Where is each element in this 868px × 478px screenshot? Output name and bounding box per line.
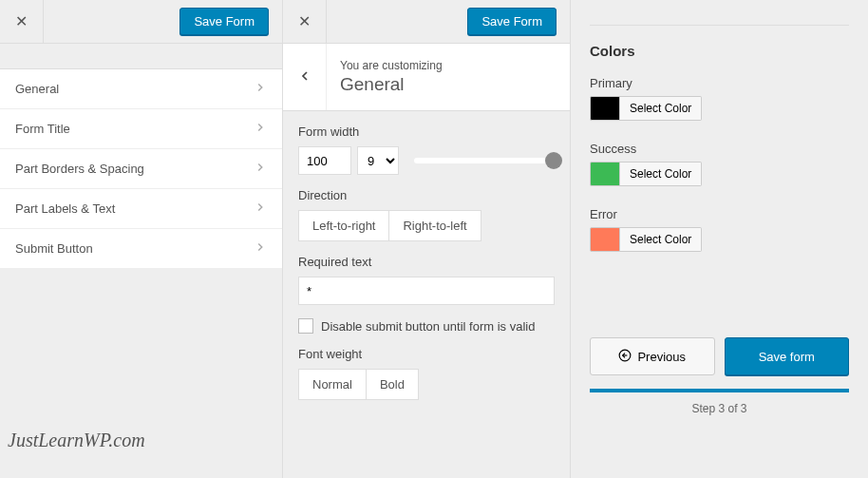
step-indicator: Step 3 of 3 [590, 402, 849, 415]
app-root: ✕ Save Form General Form Title Part Bord… [0, 0, 868, 478]
disable-submit-checkbox[interactable] [298, 318, 313, 334]
colors-heading: Colors [590, 43, 849, 59]
customizer-subtitle: You are customizing [340, 59, 443, 72]
form-width-section: Form width 9 [283, 111, 570, 175]
disable-submit-label: Disable submit button until form is vali… [321, 319, 535, 334]
font-weight-bold[interactable]: Bold [366, 370, 418, 399]
customizer-title-block: You are customizing General [327, 48, 456, 106]
previous-button[interactable]: Previous [590, 337, 715, 375]
menu-item-general[interactable]: General [0, 69, 282, 109]
form-width-input[interactable] [298, 146, 351, 175]
menu-item-submit-button[interactable]: Submit Button [0, 229, 282, 269]
save-form-button-customizer[interactable]: Save Form [467, 8, 557, 35]
close-button[interactable]: ✕ [0, 0, 44, 44]
menu-item-label: Part Borders & Spacing [15, 162, 144, 176]
footer: Previous Save form Step 3 of 3 [590, 337, 849, 415]
close-icon: ✕ [298, 12, 311, 30]
font-weight-section: Font weight Normal Bold [283, 334, 570, 400]
colors-panel: Colors Primary Select Color Success Sele… [571, 0, 868, 478]
font-weight-toggle: Normal Bold [298, 369, 419, 400]
close-button[interactable]: ✕ [283, 0, 327, 44]
color-success-row: Success Select Color [590, 142, 849, 186]
select-color-error-button[interactable]: Select Color [620, 227, 702, 252]
customizer-title: General [340, 74, 443, 95]
arrow-left-icon [618, 349, 632, 365]
color-error-row: Error Select Color [590, 207, 849, 252]
direction-toggle: Left-to-right Right-to-left [298, 210, 481, 241]
chevron-right-icon [254, 81, 267, 97]
menu-item-form-title[interactable]: Form Title [0, 109, 282, 149]
close-icon: ✕ [15, 12, 28, 30]
direction-section: Direction Left-to-right Right-to-left [283, 175, 570, 241]
customizer-topbar: ✕ Save Form [283, 0, 570, 44]
sidebar-topbar: ✕ Save Form [0, 0, 282, 44]
color-primary-label: Primary [590, 76, 849, 90]
menu-item-borders-spacing[interactable]: Part Borders & Spacing [0, 149, 282, 189]
direction-label: Direction [298, 188, 555, 202]
color-primary-swatch[interactable] [590, 96, 620, 121]
color-primary-row: Primary Select Color [590, 76, 849, 121]
form-width-slider[interactable] [414, 158, 555, 163]
chevron-right-icon [254, 240, 267, 257]
settings-menu: General Form Title Part Borders & Spacin… [0, 68, 282, 269]
chevron-left-icon [297, 68, 312, 86]
back-button[interactable] [283, 44, 327, 110]
menu-item-label: Part Labels & Text [15, 201, 115, 216]
menu-item-label: Submit Button [15, 241, 93, 256]
chevron-right-icon [254, 161, 267, 177]
font-weight-normal[interactable]: Normal [299, 370, 366, 399]
menu-item-labels-text[interactable]: Part Labels & Text [0, 189, 282, 229]
previous-label: Previous [637, 350, 686, 364]
form-width-label: Form width [298, 124, 555, 139]
font-weight-label: Font weight [298, 347, 555, 361]
color-error-swatch[interactable] [590, 227, 620, 252]
direction-rtl[interactable]: Right-to-left [388, 211, 480, 240]
chevron-right-icon [254, 121, 267, 137]
select-color-success-button[interactable]: Select Color [620, 162, 702, 186]
chevron-right-icon [254, 201, 267, 217]
select-color-primary-button[interactable]: Select Color [620, 96, 702, 121]
required-text-section: Required text [283, 241, 570, 305]
save-form-button-footer[interactable]: Save form [725, 337, 850, 375]
customizer-header: You are customizing General [283, 44, 570, 111]
required-text-label: Required text [298, 255, 555, 269]
save-form-button-sidebar[interactable]: Save Form [179, 8, 269, 35]
direction-ltr[interactable]: Left-to-right [299, 211, 388, 240]
progress-bar [590, 389, 849, 392]
slider-thumb[interactable] [545, 152, 562, 169]
menu-item-label: Form Title [15, 122, 70, 136]
divider [590, 25, 849, 26]
menu-item-label: General [15, 82, 59, 96]
disable-submit-section: Disable submit button until form is vali… [283, 305, 570, 334]
form-width-unit-select[interactable]: 9 [357, 146, 399, 175]
watermark-text: JustLearnWP.com [8, 430, 145, 451]
color-error-label: Error [590, 207, 849, 221]
color-success-swatch[interactable] [590, 162, 620, 186]
required-text-input[interactable] [298, 277, 555, 305]
sidebar-panel: ✕ Save Form General Form Title Part Bord… [0, 0, 283, 478]
color-success-label: Success [590, 142, 849, 156]
customizer-panel: ✕ Save Form You are customizing General … [283, 0, 571, 478]
